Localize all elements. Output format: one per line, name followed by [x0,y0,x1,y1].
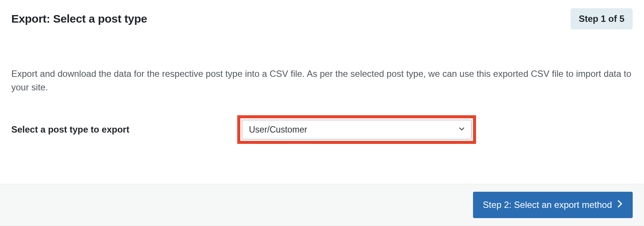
post-type-select[interactable]: User/Customer [242,120,472,139]
footer-bar: Step 2: Select an export method [0,184,644,226]
next-step-label: Step 2: Select an export method [483,200,612,210]
post-type-label: Select a post type to export [11,124,237,135]
chevron-right-icon [617,199,623,211]
select-highlight-box: User/Customer [237,115,476,144]
form-row: Select a post type to export User/Custom… [11,115,633,144]
page-title: Export: Select a post type [11,12,147,25]
content-area: Export: Select a post type Step 1 of 5 E… [0,0,644,184]
next-step-button[interactable]: Step 2: Select an export method [473,192,633,218]
page-container: Export: Select a post type Step 1 of 5 E… [0,0,644,226]
step-badge: Step 1 of 5 [571,8,633,29]
header-row: Export: Select a post type Step 1 of 5 [11,8,633,29]
select-wrapper: User/Customer [242,120,472,139]
description-text: Export and download the data for the res… [11,67,633,94]
